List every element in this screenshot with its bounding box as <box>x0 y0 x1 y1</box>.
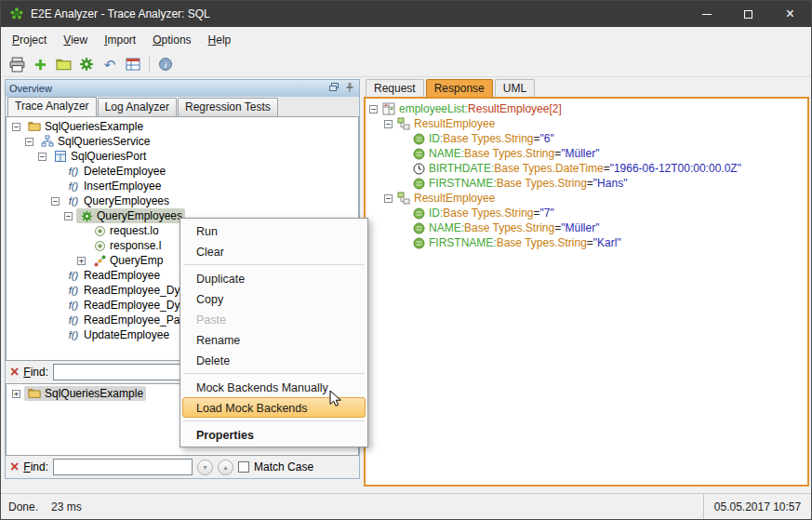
tree-item-insertemployee[interactable]: f()InsertEmployee <box>7 179 358 193</box>
attr-icon <box>411 207 426 220</box>
settings-icon[interactable] <box>76 54 97 74</box>
response-tree-item[interactable]: −ResultEmployee <box>366 191 807 206</box>
info-icon[interactable]: i <box>155 54 176 74</box>
tree-item-sqlqueriesport[interactable]: −SqlQueriesPort <box>7 149 358 164</box>
minimize-button[interactable] <box>686 1 727 27</box>
nodepair-icon <box>396 117 411 130</box>
overview-title: Overview <box>9 83 52 94</box>
maximize-button[interactable] <box>727 1 769 27</box>
window-title: E2E Analyzer - Trace Analyzer: SQL <box>31 7 210 20</box>
menu-item-load-mock-backends[interactable]: Load Mock Backends <box>182 397 366 418</box>
menu-item-clear[interactable]: Clear <box>182 241 366 261</box>
value-part: Base Types.String <box>464 146 554 161</box>
collapse-icon[interactable]: − <box>51 197 60 206</box>
close-button[interactable]: × <box>769 1 811 27</box>
tree-item-label: ReadEmployee_Dy <box>84 283 180 298</box>
menu-project[interactable]: Project <box>4 30 55 50</box>
collapse-icon[interactable]: − <box>25 138 33 146</box>
collapse-icon[interactable]: − <box>64 212 73 220</box>
match-case-checkbox[interactable] <box>238 461 249 473</box>
menu-item-rename[interactable]: Rename <box>182 329 366 350</box>
value-part: employeeList: <box>399 101 468 116</box>
menu-help[interactable]: Help <box>200 30 240 50</box>
tree-item-queryemployees[interactable]: −f()QueryEmployees <box>7 193 358 208</box>
value-part: Base Types.String <box>443 206 533 220</box>
collapse-icon[interactable]: − <box>12 123 20 131</box>
tree-item-label: InsertEmployee <box>84 179 161 193</box>
tree-item-label: SqlQueriesService <box>58 134 150 149</box>
open-folder-icon[interactable] <box>53 54 73 74</box>
add-icon[interactable] <box>30 54 50 74</box>
tree-indent <box>51 316 60 325</box>
clear-find-icon[interactable]: × <box>10 365 19 380</box>
tab-request[interactable]: Request <box>366 79 424 97</box>
attr-icon <box>411 148 426 160</box>
menu-item-paste: Paste <box>182 309 366 329</box>
menu-view[interactable]: View <box>55 30 96 50</box>
tab-log-analyzer[interactable]: Log Analyzer <box>98 98 177 116</box>
tree-item-label: ReadEmployee_Dy <box>84 298 180 313</box>
collapse-icon[interactable]: − <box>38 153 47 161</box>
response-tree-item[interactable]: NAME: Base Types.String = "Müller" <box>366 146 807 161</box>
expand-icon[interactable]: + <box>12 390 20 398</box>
menu-item-run[interactable]: Run <box>182 220 366 241</box>
menu-item-mock-backends-manually[interactable]: Mock Backends Manually <box>182 377 366 397</box>
service-icon <box>40 135 55 148</box>
collapse-icon[interactable]: − <box>384 120 393 128</box>
menu-separator <box>183 420 365 421</box>
value-part: ID: <box>429 131 443 146</box>
expand-icon[interactable]: + <box>77 257 86 265</box>
toolbar: ↶i <box>1 52 811 77</box>
response-tree-item[interactable]: −ResultEmployee <box>366 116 807 131</box>
app-window: { "window": { "title": "E2E Analyzer - T… <box>0 0 812 520</box>
response-tree-item[interactable]: BIRTHDATE: Base Types.DateTime = "1966-0… <box>366 161 807 176</box>
find-label: Find: <box>23 366 48 379</box>
tree-item-sqlqueriesexample[interactable]: −SqlQueriesExample <box>7 119 358 134</box>
menu-item-duplicate[interactable]: Duplicate <box>182 268 366 288</box>
tree-item-deleteemployee[interactable]: f()DeleteEmployee <box>7 164 358 179</box>
menu-item-copy[interactable]: Copy <box>182 288 366 309</box>
menu-item-properties[interactable]: Properties <box>182 424 366 445</box>
menu-options[interactable]: Options <box>144 30 199 50</box>
value-part: "Hans" <box>593 176 628 191</box>
tree-indent <box>399 224 407 233</box>
find-next-button[interactable]: ▾ <box>197 460 213 475</box>
print-icon[interactable] <box>7 54 27 74</box>
clear-find-icon[interactable]: × <box>10 460 19 474</box>
toolbar-separator <box>149 56 150 73</box>
float-window-icon[interactable] <box>328 82 339 95</box>
tree-indent <box>399 135 407 143</box>
value-part: = <box>554 220 561 235</box>
undo-icon[interactable]: ↶ <box>100 54 120 74</box>
tree-item-sqlqueriesservice[interactable]: −SqlQueriesService <box>7 134 358 149</box>
export-table-icon[interactable] <box>123 54 143 74</box>
response-tree-item[interactable]: NAME: Base Types.String = "Müller" <box>366 220 807 235</box>
find-prev-button[interactable]: ▴ <box>218 460 233 475</box>
menu-item-delete[interactable]: Delete <box>182 350 366 370</box>
tree-item-label: QueryEmp <box>110 253 163 268</box>
collapse-icon[interactable]: − <box>369 105 378 113</box>
function-icon: f() <box>66 313 81 327</box>
tab-regression-tests[interactable]: Regression Tests <box>178 98 278 116</box>
detail-panel: RequestResponseUML −employeeList: Result… <box>364 79 809 487</box>
response-tree-item[interactable]: FIRSTNAME: Base Types.String = "Karl" <box>366 235 807 250</box>
find-input-bottom[interactable] <box>53 459 193 475</box>
menu-import[interactable]: Import <box>96 30 144 50</box>
status-datetime: 05.05.2017 10:57 <box>703 494 811 519</box>
port-icon <box>53 150 68 163</box>
tab-response[interactable]: Response <box>426 79 493 97</box>
value-part: = <box>587 235 593 250</box>
response-tree-item[interactable]: −employeeList: ResultEmployee[2] <box>366 101 807 116</box>
folder-icon <box>27 120 42 133</box>
response-tree-item[interactable]: ID: Base Types.String = "6" <box>366 131 807 146</box>
menu-separator <box>183 373 365 374</box>
response-tree-item[interactable]: ID: Base Types.String = "7" <box>366 206 807 220</box>
collapse-icon[interactable]: − <box>384 194 393 203</box>
value-part: Base Types.String <box>443 131 533 146</box>
response-tree-item[interactable]: FIRSTNAME: Base Types.String = "Hans" <box>366 176 807 191</box>
function-icon: f() <box>66 268 81 283</box>
pin-icon[interactable] <box>344 82 355 95</box>
value-part: FIRSTNAME: <box>429 176 497 191</box>
tab-uml[interactable]: UML <box>495 79 535 97</box>
tab-trace-analyzer[interactable]: Trace Analyzer <box>7 97 97 116</box>
